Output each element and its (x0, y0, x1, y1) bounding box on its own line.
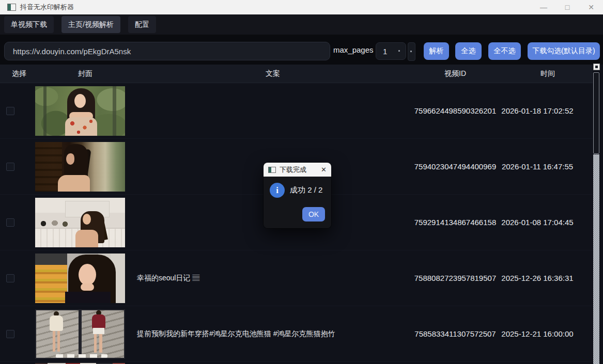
table-row: 7596624498590326201 2026-01-18 17:02:52 (0, 83, 593, 139)
dialog-title: 下载完成 (280, 165, 306, 175)
video-thumbnail (35, 86, 125, 136)
time-cell: 2026-01-08 17:04:45 (497, 218, 593, 227)
max-pages-spinner[interactable]: 1 (376, 42, 406, 60)
toolbar: https://v.douyin.com/pEkgDrA5nsk max_pag… (0, 35, 603, 65)
table-row: 提前预制我的新年穿搭#鸿星尔克电池熊猫 #鸿星尔克熊猫抱竹 7585833411… (0, 306, 593, 362)
table-header: 选择 封面 文案 视频ID 时间 (0, 65, 593, 83)
video-id-cell: 7594023047494400969 (396, 162, 497, 171)
video-id-cell: 7585833411307572507 (396, 329, 497, 338)
window-titlebar[interactable]: 抖音无水印解析器 — □ ✕ (0, 0, 603, 15)
download-checked-button[interactable]: 下载勾选(默认目录) (528, 42, 600, 60)
row-checkbox[interactable] (6, 218, 14, 227)
row-checkbox[interactable] (6, 163, 14, 171)
info-icon: i (270, 183, 285, 198)
video-thumbnail (35, 198, 125, 247)
scrollbar-thumb[interactable] (593, 72, 599, 154)
table-row: 幸福的seoul日记 ▤ 7588082723957819507 2025-12… (0, 250, 593, 306)
scrollbar-track[interactable] (593, 154, 599, 364)
dialog-ok-button[interactable]: OK (302, 207, 325, 221)
time-cell: 2025-12-26 16:36:31 (497, 274, 593, 282)
dialog-app-icon (268, 167, 276, 173)
video-thumbnail (35, 309, 125, 359)
vertical-scrollbar (593, 64, 600, 364)
minimize-button[interactable]: — (532, 0, 555, 14)
header-time: 时间 (497, 69, 593, 78)
parse-button[interactable]: 解析 (424, 42, 449, 60)
select-all-button[interactable]: 全选 (455, 42, 482, 60)
close-button[interactable]: ✕ (579, 0, 603, 14)
header-caption: 文案 (130, 69, 396, 78)
video-thumbnail (35, 254, 125, 303)
app-icon (7, 4, 16, 11)
max-pages-value: 1 (376, 47, 387, 56)
video-id-cell: 7588082723957819507 (396, 274, 497, 282)
tab-bar: 单视频下载 主页/视频解析 配置 (0, 14, 603, 35)
row-checkbox[interactable] (6, 107, 14, 115)
tab-homepage-video-parse[interactable]: 主页/视频解析 (61, 16, 120, 33)
tab-single-video-download[interactable]: 单视频下载 (4, 16, 54, 33)
scrollbar-up-icon (595, 66, 598, 68)
dialog-close-icon[interactable]: ✕ (321, 166, 327, 173)
window-controls: — □ ✕ (532, 0, 603, 14)
header-video-id: 视频ID (396, 69, 497, 78)
time-cell: 2025-12-21 16:00:00 (497, 329, 593, 338)
spin-up-button[interactable] (408, 42, 415, 61)
dialog-message: 成功 2 / 2 (290, 183, 322, 198)
header-cover: 封面 (29, 69, 130, 78)
max-pages-label: max_pages (333, 35, 374, 65)
video-id-cell: 7592914134867466158 (396, 218, 497, 227)
time-cell: 2026-01-18 17:02:52 (497, 106, 593, 115)
spin-down-icon[interactable] (398, 50, 400, 52)
dialog-titlebar[interactable]: 下载完成 ✕ (264, 163, 331, 177)
download-complete-dialog: 下载完成 ✕ i 成功 2 / 2 OK (264, 163, 331, 228)
caption-cell: 幸福的seoul日记 ▤ (130, 274, 396, 283)
select-none-button[interactable]: 全不选 (488, 42, 521, 60)
spin-up-icon (410, 51, 412, 52)
scrollbar-up-button[interactable] (593, 64, 600, 70)
row-checkbox[interactable] (6, 330, 14, 338)
caption-cell: 提前预制我的新年穿搭#鸿星尔克电池熊猫 #鸿星尔克熊猫抱竹 (130, 329, 396, 339)
video-id-cell: 7596624498590326201 (396, 106, 497, 115)
video-thumbnail (35, 142, 125, 192)
row-checkbox[interactable] (6, 274, 14, 282)
url-input[interactable]: https://v.douyin.com/pEkgDrA5nsk (4, 42, 330, 60)
tab-config[interactable]: 配置 (128, 16, 156, 33)
window-title: 抖音无水印解析器 (20, 3, 74, 12)
header-select: 选择 (0, 69, 29, 78)
time-cell: 2026-01-11 16:47:55 (497, 162, 593, 171)
dialog-body: i 成功 2 / 2 OK (264, 177, 331, 228)
maximize-button[interactable]: □ (555, 0, 579, 14)
